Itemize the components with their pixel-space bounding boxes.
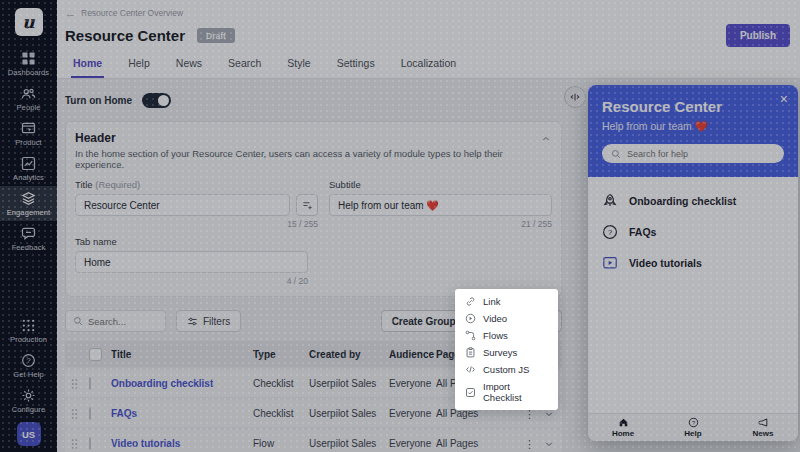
drag-handle-icon[interactable] [65,378,83,390]
subtitle-field-label: Subtitle [329,179,361,190]
tab-help[interactable]: Help [126,57,152,78]
tab-style[interactable]: Style [285,57,312,78]
survey-icon [465,347,476,358]
row-checkbox[interactable] [89,407,91,420]
tab-search[interactable]: Search [226,57,263,78]
move-widget-handle[interactable] [564,86,586,108]
sidebar-item-label: Configure [12,405,45,414]
create-group-button[interactable]: Create Group [381,310,467,332]
module-pages: All Pages [436,438,500,449]
sidebar-item-label: Feedback [12,243,46,252]
breadcrumb[interactable]: ← Resource Center Overview [65,8,790,18]
title-field-label: Title [75,179,93,190]
analytics-icon [21,156,36,171]
drag-handle-icon[interactable] [65,438,83,450]
feedback-icon [21,226,36,241]
sidebar-item-people[interactable]: People [0,81,57,116]
row-menu-icon[interactable]: ⋮ [524,439,535,449]
home-icon [618,417,629,428]
menu-item-video[interactable]: Video [455,310,558,327]
insert-variable-button[interactable] [296,194,318,216]
module-type: Checklist [253,408,309,419]
publish-button[interactable]: Publish [726,24,790,47]
module-title-link[interactable]: FAQs [111,408,253,419]
table-row: Video tutorials Flow Userpilot Sales Eve… [65,430,562,452]
module-title-link[interactable]: Video tutorials [111,438,253,449]
collapse-chevron-up-icon[interactable] [541,134,551,144]
preview-module-onboarding[interactable]: Onboarding checklist [602,193,784,209]
tab-home[interactable]: Home [71,57,104,78]
required-hint: (Required) [95,179,140,190]
sidebar-item-get-help[interactable]: ? Get Help [0,348,57,383]
sidebar-item-production[interactable]: Production [0,313,57,348]
close-icon[interactable]: × [780,91,788,107]
row-expand-chevron-icon[interactable] [544,439,554,449]
sidebar-item-configure[interactable]: Configure [0,383,57,418]
sidebar-item-dashboards[interactable]: Dashboards [0,46,57,81]
tab-localization[interactable]: Localization [399,57,458,78]
preview-nav-home[interactable]: Home [588,414,658,441]
turn-on-home-label: Turn on Home [65,95,132,106]
filters-button[interactable]: Filters [176,310,241,332]
sidebar-item-label: Analytics [13,173,44,182]
resource-center-preview: × Resource Center Help from our team ❤️ … [588,85,798,441]
toggle-knob [158,95,169,106]
preview-subtitle: Help from our team ❤️ [602,120,784,133]
menu-item-link[interactable]: Link [455,293,558,310]
row-checkbox[interactable] [89,437,91,450]
preview-nav-help[interactable]: ? Help [658,414,728,441]
title-input[interactable] [75,194,290,216]
module-created-by: Userpilot Sales [309,408,389,419]
subtitle-input[interactable] [329,194,552,216]
drag-handle-icon[interactable] [65,408,83,420]
preview-module-faqs[interactable]: ? FAQs [602,224,784,240]
sidebar-item-engagement[interactable]: Engagement [0,186,57,221]
back-arrow-icon[interactable]: ← [65,9,76,17]
tab-name-input[interactable] [75,251,308,273]
module-audience: Everyone [389,408,436,419]
gear-icon [21,388,36,403]
video-player-icon [602,255,618,271]
sidebar-item-feedback[interactable]: Feedback [0,221,57,256]
menu-item-custom-js[interactable]: Custom JS [455,361,558,378]
question-circle-icon: ? [602,224,618,240]
select-all-checkbox[interactable] [89,348,102,361]
page-header: ← Resource Center Overview Resource Cent… [57,0,800,79]
dashboards-icon [21,51,36,66]
module-type: Checklist [253,378,309,389]
move-horizontal-icon [569,91,581,103]
search-input[interactable] [88,316,158,327]
column-title: Title [111,349,253,360]
preview-nav-news[interactable]: News [728,414,798,441]
left-nav-rail: u Dashboards People Product Analytics En… [0,0,57,452]
menu-item-import-checklist[interactable]: Import Checklist [455,378,558,406]
tab-news[interactable]: News [174,57,204,78]
question-circle-icon: ? [688,417,699,428]
preview-module-label: FAQs [629,226,656,238]
row-expand-chevron-icon[interactable] [544,409,554,419]
sidebar-item-label: Dashboards [8,68,49,77]
module-title-link[interactable]: Onboarding checklist [111,378,253,389]
preview-module-label: Onboarding checklist [629,195,736,207]
row-menu-icon[interactable]: ⋮ [524,409,535,419]
turn-on-home-toggle[interactable] [142,93,171,108]
preview-title: Resource Center [602,98,784,115]
sidebar-item-product[interactable]: Product [0,116,57,151]
menu-item-flows[interactable]: Flows [455,327,558,344]
preview-search-input[interactable] [627,149,757,159]
sidebar-item-label: Get Help [13,370,43,379]
link-icon [465,296,476,307]
module-audience: Everyone [389,378,436,389]
people-icon [21,86,36,101]
rocket-icon [602,193,618,209]
menu-item-surveys[interactable]: Surveys [455,344,558,361]
tab-settings[interactable]: Settings [335,57,377,78]
user-avatar[interactable]: US [17,422,41,446]
sidebar-item-analytics[interactable]: Analytics [0,151,57,186]
sliders-icon [187,316,198,327]
question-circle-icon: ? [21,353,36,368]
import-checklist-icon [465,387,476,398]
row-checkbox[interactable] [89,377,91,390]
preview-module-video-tutorials[interactable]: Video tutorials [602,255,784,271]
preview-module-label: Video tutorials [629,257,702,269]
